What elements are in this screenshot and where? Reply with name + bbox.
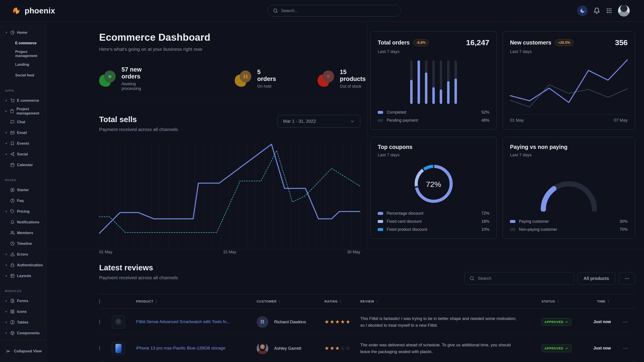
row-more-options[interactable]: ⋯ — [620, 346, 635, 351]
card-period: Last 7 days — [378, 152, 490, 157]
column-header-time[interactable]: TIME — [591, 300, 620, 303]
all-products-button[interactable]: All products — [578, 272, 615, 285]
theme-toggle-button[interactable] — [577, 5, 588, 16]
sidebar-item-social[interactable]: ▸Social — [5, 149, 46, 159]
sidebar-item-errors[interactable]: ▸Errors — [5, 249, 46, 260]
sidebar-item-faq[interactable]: Faq — [5, 195, 46, 206]
check-icon: ✓ — [566, 320, 568, 324]
sidebar-item-notifications[interactable]: Notifications — [5, 217, 46, 227]
collapsed-view-label: Collapsed View — [14, 349, 42, 354]
row-more-options[interactable]: ⋯ — [620, 319, 635, 325]
user-avatar[interactable] — [618, 5, 630, 16]
sidebar-item-authentication[interactable]: ▸Authentication — [5, 260, 46, 270]
cell-thumbnail — [112, 316, 136, 329]
sidebar-item-project-management[interactable]: ▸Project management — [5, 106, 46, 116]
chevron-down-icon: ▾ — [5, 31, 8, 34]
total-orders-card: Total orders -6.8% 16,247 Last 7 days Co… — [370, 31, 497, 130]
pie-chart-icon — [10, 30, 14, 35]
bell-icon — [594, 7, 600, 14]
cell-rating: ★★★★★ — [320, 319, 360, 325]
sidebar-item-email[interactable]: ▸Email — [5, 127, 46, 138]
column-header-product[interactable]: PRODUCT — [136, 300, 257, 303]
main-content: Ecommerce Dashboard Here's what's going … — [46, 22, 644, 362]
sidebar-item-e-commerce[interactable]: ▸E commerce — [5, 95, 46, 106]
column-header-rating[interactable]: RATING — [320, 300, 360, 303]
mail-icon — [10, 131, 14, 135]
chevron-right-icon: ▸ — [5, 253, 8, 256]
sidebar-item-components[interactable]: ▸Components — [5, 328, 46, 338]
reviews-table-body: Fitbit Sense Advanced Smartwatch with To… — [99, 309, 635, 362]
legend-label: Pending payment — [387, 118, 418, 123]
sidebar-item-label: Members — [17, 231, 33, 235]
sidebar-item-layouts[interactable]: ▸Layouts — [5, 270, 46, 281]
bell-icon — [10, 220, 14, 224]
product-link[interactable]: iPhone 13 pro max-Pacific Blue-128GB sto… — [136, 346, 234, 350]
latest-reviews-title: Latest reviews — [99, 263, 178, 272]
apps-menu-button[interactable] — [606, 7, 612, 14]
top-navbar: phoenix — [0, 0, 644, 22]
bar-track — [410, 60, 413, 104]
dashboard-left-column: Ecommerce Dashboard Here's what's going … — [46, 22, 367, 249]
donut-center-label: 72% — [426, 180, 441, 189]
column-header-review[interactable]: REVIEW — [360, 300, 537, 303]
cell-time: Just now — [591, 346, 620, 351]
sidebar: ▾ Home E commerceProject managementLandi… — [0, 22, 46, 362]
sidebar-item-events[interactable]: ▸Events — [5, 138, 46, 149]
stat-title: 15 products — [340, 69, 367, 82]
cell-thumbnail — [112, 342, 136, 355]
chevron-down-icon — [350, 119, 355, 124]
select-all-checkbox[interactable] — [99, 299, 100, 304]
global-search-input[interactable] — [281, 8, 395, 13]
star-empty-icon: ☆ — [340, 345, 346, 351]
row-checkbox[interactable] — [99, 346, 100, 351]
bar-fill — [432, 87, 435, 104]
column-header-customer[interactable]: CUSTOMER — [257, 300, 320, 303]
collapsed-view-toggle[interactable]: Collapsed View — [0, 340, 46, 362]
sidebar-item-chat[interactable]: Chat — [5, 116, 46, 127]
sidebar-item-starter[interactable]: Starter — [5, 184, 46, 195]
brand[interactable]: phoenix — [11, 5, 55, 16]
reviews-search-input[interactable] — [478, 276, 569, 281]
sidebar-item-timeline[interactable]: Timeline — [5, 238, 46, 249]
clock-icon — [10, 242, 14, 246]
lock-icon — [10, 263, 14, 267]
sort-icon — [278, 300, 281, 303]
notifications-button[interactable] — [594, 7, 600, 14]
chevron-right-icon: ▸ — [5, 331, 8, 335]
product-link[interactable]: Fitbit Sense Advanced Smartwatch with To… — [136, 319, 239, 324]
legend-item-percentage-discount: Percentage discount72% — [378, 211, 490, 216]
new-customers-chart — [510, 57, 628, 115]
legend-label: Fixed card discount — [387, 219, 422, 224]
sidebar-item-landing[interactable]: Landing — [5, 59, 46, 70]
star-filled-icon: ★ — [346, 319, 351, 325]
dashboard-right-column: Total orders -6.8% 16,247 Last 7 days Co… — [367, 22, 644, 249]
sidebar-item-members[interactable]: Members — [5, 227, 46, 238]
legend-swatch — [510, 228, 515, 231]
status-badge: APPROVED✓ — [542, 318, 571, 326]
sidebar-item-tables[interactable]: ▸Tables — [5, 317, 46, 328]
sidebar-item-project-management[interactable]: Project management — [5, 48, 46, 59]
phoenix-logo-icon — [11, 5, 22, 16]
sidebar-item-home[interactable]: ▾ Home — [5, 27, 46, 38]
date-range-value: Mar 1 - 31, 2022 — [283, 119, 316, 124]
sidebar-item-pricing[interactable]: ▸Pricing — [5, 206, 46, 217]
sidebar-item-calendar[interactable]: Calendar — [5, 159, 46, 170]
card-period: Last 7 days — [510, 152, 628, 157]
layout-icon — [10, 274, 14, 278]
chevron-right-icon: ▸ — [5, 274, 8, 277]
more-options-button[interactable]: ⋯ — [619, 272, 635, 285]
sort-icon — [339, 300, 342, 303]
calendar-icon — [10, 163, 14, 167]
date-range-select[interactable]: Mar 1 - 31, 2022 — [278, 115, 360, 128]
sidebar-nav: ▾ Home E commerceProject managementLandi… — [0, 22, 46, 340]
sidebar-item-e-commerce[interactable]: E commerce — [5, 38, 46, 48]
column-header-status[interactable]: STATUS — [537, 300, 591, 303]
sidebar-item-icons[interactable]: ▸Icons — [5, 306, 46, 317]
row-checkbox[interactable] — [99, 320, 100, 324]
bar-fill — [418, 60, 420, 104]
sidebar-item-label: Pricing — [17, 209, 30, 214]
sidebar-item-label: Notifications — [17, 220, 40, 224]
card-title: Top coupons — [378, 144, 412, 150]
sidebar-item-social-feed[interactable]: Social feed — [5, 70, 46, 81]
sidebar-item-forms[interactable]: ▸Forms — [5, 295, 46, 306]
